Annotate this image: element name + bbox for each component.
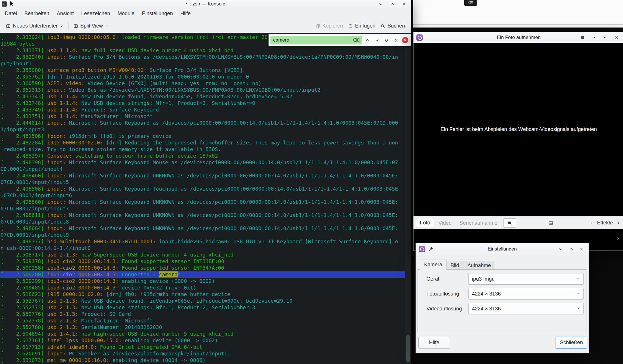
background-dark-field[interactable]: ⌫	[464, 0, 477, 6]
combobox-value: ipu3-imgu	[472, 276, 495, 282]
terminal-line: [ 2.360590] ACPI: video: Video Device [G…	[0, 80, 405, 87]
clear-search-icon[interactable]: ⌫	[353, 37, 360, 43]
gallery-icon[interactable]	[548, 220, 556, 226]
new-tab-label: Neues Unterfenster	[13, 23, 58, 29]
menu-item-hilfe[interactable]: Hilfe	[177, 8, 194, 19]
window-controls	[579, 32, 620, 43]
close-search-button[interactable]	[402, 37, 408, 43]
help-button[interactable]: Hilfe	[418, 337, 450, 349]
terminal-line: [ 2.498560] input: Microsoft Surface Key…	[0, 199, 405, 205]
close-icon[interactable]	[401, 1, 407, 7]
paste-label: Einfügen	[355, 23, 375, 29]
mode-tab-video[interactable]: Video	[435, 218, 455, 228]
search-input[interactable]: camera ⌫	[271, 36, 362, 44]
field-label: Fotoauflösung	[426, 288, 459, 300]
hamburger-menu-icon[interactable]	[579, 34, 585, 41]
terminal-line: [ 2.341371] usb 1-1.4: new full-speed US…	[0, 47, 405, 54]
terminal-line: [ 2.518623] i915 0000:00:02.0: [drm] fb0…	[0, 291, 405, 298]
paste-button[interactable]: Einfügen	[346, 21, 378, 30]
new-tab-icon	[6, 24, 11, 28]
konsole-titlebar[interactable]: >_ ~ : zsh — Konsole	[0, 0, 411, 8]
menu-item-lesezeichen[interactable]: Lesezeichen	[77, 8, 114, 19]
scroll-right-icon[interactable]	[616, 236, 620, 242]
terminal-line: :07CD.0001/input/input6	[0, 192, 405, 199]
terminal-line: 07CD.0001/input/input9	[0, 232, 405, 238]
settings-tab-aufnahme[interactable]: Aufnahme	[463, 261, 495, 270]
find-previous-button[interactable]	[364, 36, 372, 44]
find-from-bottom-button[interactable]	[383, 36, 391, 44]
minimize-icon[interactable]	[378, 1, 384, 7]
find-next-button[interactable]	[373, 36, 381, 44]
field-combobox[interactable]: ipu3-imgu	[468, 273, 584, 285]
scrollbar-thumb[interactable]	[406, 335, 410, 362]
split-view-button[interactable]: Split View	[71, 21, 111, 30]
terminal-line: [ 2.361313] input: Video Bus as /devices…	[0, 87, 405, 93]
menu-item-module[interactable]: Module	[114, 8, 138, 19]
close-icon[interactable]	[578, 246, 585, 252]
terminal-line: [ 2.481506] fbcon: i915drmfb (fb0) is pr…	[0, 133, 405, 139]
terminal-line: [ 2.433743] usb 1-1.4: New USB device fo…	[0, 93, 405, 100]
window-controls	[378, 0, 407, 8]
settings-tab-bild[interactable]: Bild	[446, 261, 463, 270]
terminal-line: 1/input/input3	[0, 126, 405, 133]
terminal-line: [ 2.353080] surface_pro3_button MSHW0040…	[0, 67, 405, 73]
background-window: ⌫	[413, 0, 623, 28]
capture-mode-tabs: FotoVideoSerienaufnahme	[416, 218, 502, 228]
close-icon[interactable]	[614, 34, 620, 41]
terminal-line: [ 2.552778] usb 2-1.3: Manufacturer: Mic…	[0, 317, 405, 324]
effects-next-icon[interactable]	[615, 220, 622, 226]
search-query-text: camera	[273, 37, 289, 43]
menu-item-bearbeiten[interactable]: Bearbeiten	[21, 8, 53, 19]
minimize-icon[interactable]	[591, 34, 597, 41]
menu-item-datei[interactable]: Datei	[1, 8, 21, 19]
copy-button[interactable]: Kopieren	[313, 21, 346, 30]
settings-tabbar: KameraBildAufnahme	[420, 259, 495, 270]
terminal-line: [ 2.433751] usb 1-1.4: Manufacturer: Mic…	[0, 113, 405, 120]
effects-previous-icon[interactable]	[588, 220, 595, 226]
search-button[interactable]: Suchen	[378, 21, 408, 30]
combobox-value: 4224 × 3136	[472, 291, 501, 297]
capture-settings-button[interactable]	[504, 218, 516, 228]
terminal-line: [ 2.620691] input: PC Speaker as /device…	[0, 350, 405, 357]
settings-titlebar[interactable]: Einstellungen	[416, 243, 589, 255]
new-tab-button[interactable]: Neues Unterfenster	[3, 21, 66, 30]
terminal-line: [ 2.509258] ipu3-cio2 0000:00:14.3: Foun…	[0, 265, 405, 271]
terminal-scrollbar[interactable]	[405, 33, 411, 364]
konsole-window-title: ~ : zsh — Konsole	[0, 1, 411, 7]
terminal-line: 07CD.0001/input/input8	[0, 218, 405, 225]
terminal-line: put/input1	[0, 60, 405, 67]
desktop: ⌫ >_ ~ : zsh — Konsole DateiBearbeitenAn…	[0, 0, 623, 364]
camera-viewport: Ein Fehler ist beim Abspielen des Webcam…	[414, 43, 623, 216]
chevron-down-icon	[105, 24, 109, 28]
maximize-icon[interactable]	[389, 1, 395, 7]
terminal-line: [ 2.498664] input: Microsoft Surface Key…	[0, 225, 405, 232]
terminal-line: [ 2.617161] intel-lpss 0000:00:15.0: ena…	[0, 337, 405, 344]
copy-icon	[316, 24, 320, 28]
camera-titlebar[interactable]: Ein Foto aufnehmen	[414, 32, 623, 43]
field-combobox[interactable]: 4224 × 3136	[468, 288, 584, 300]
background-window-divider	[413, 24, 623, 25]
capture-icon	[507, 220, 512, 226]
kamoso-app-icon	[419, 246, 425, 252]
minimize-icon[interactable]	[558, 246, 564, 252]
menu-item-ansicht[interactable]: Ansicht	[53, 8, 77, 19]
camera-toolbar: FotoVideoSerienaufnahme Effekte	[414, 216, 623, 229]
split-view-icon	[73, 24, 78, 28]
field-combobox[interactable]: 4224 × 3136	[468, 303, 584, 314]
search-options-button[interactable]	[392, 36, 400, 44]
effects-label[interactable]: Effekte	[597, 220, 613, 226]
menu-item-einstellungen[interactable]: Einstellungen	[138, 8, 177, 19]
combobox-value: 4224 × 3136	[472, 306, 501, 312]
backspace-icon: ⌫	[468, 1, 473, 5]
terminal-line: [ 2.498508] input: Microsoft Surface Key…	[0, 185, 405, 192]
mode-tab-foto[interactable]: Foto	[416, 218, 434, 228]
terminal-line: CD.0001/input/input4	[0, 166, 405, 172]
mode-tab-serienaufnahme[interactable]: Serienaufnahme	[456, 218, 501, 228]
terminal[interactable]: [ 2.333024] ipu3-imgu 0000:00:05.0: load…	[0, 33, 411, 364]
terminal-line: [ 2.352940] input: Surface Pro 3/4 Butto…	[0, 54, 405, 60]
maximize-icon[interactable]	[568, 246, 574, 252]
terminal-line: [ 2.498460] input: Microsoft Surface Key…	[0, 172, 405, 179]
close-dialog-button[interactable]: Schließen	[556, 337, 587, 349]
maximize-icon[interactable]	[602, 34, 608, 41]
settings-tab-kamera[interactable]: Kamera	[420, 259, 446, 270]
